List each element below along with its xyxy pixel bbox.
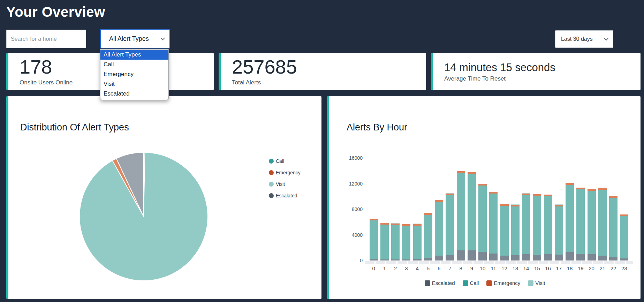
bar-hour-15[interactable]	[533, 194, 541, 261]
pie-chart-title: Distribution Of Alert Types	[20, 122, 129, 133]
bar-segment-call	[620, 216, 628, 258]
bar-segment-escalated	[435, 256, 443, 261]
bar-segment-call	[598, 190, 607, 256]
date-range-select[interactable]: Last 30 days	[555, 30, 613, 48]
bar-hour-16[interactable]	[544, 195, 552, 261]
legend-swatch	[486, 280, 492, 286]
legend-item-call[interactable]: Call	[269, 158, 301, 164]
x-axis-label: 1	[379, 265, 390, 271]
dropdown-option[interactable]: Escalated	[100, 89, 168, 99]
bar-hour-3[interactable]	[402, 224, 410, 261]
bar-segment-escalated	[620, 258, 628, 261]
chevron-down-icon	[160, 36, 165, 40]
dropdown-option[interactable]: Emergency	[100, 69, 168, 79]
search-input[interactable]	[6, 30, 86, 48]
bar-hour-4[interactable]	[413, 224, 422, 261]
legend-item-visit[interactable]: Visit	[269, 181, 301, 187]
bar-segment-call	[522, 195, 530, 255]
bar-segment-escalated	[511, 255, 520, 261]
legend-item-escalated[interactable]: Escalated	[425, 280, 455, 286]
bar-segment-escalated	[598, 256, 607, 261]
stat-value: 257685	[232, 57, 426, 77]
bar-hour-12[interactable]	[500, 204, 509, 261]
bar-hour-22[interactable]	[609, 196, 618, 261]
bar-segment-escalated	[424, 258, 432, 261]
bar-hour-6[interactable]	[435, 200, 443, 261]
bar-segment-call	[511, 206, 520, 255]
bar-hour-18[interactable]	[566, 183, 574, 261]
bar-segment-call	[544, 196, 552, 254]
legend-item-emergency[interactable]: Emergency	[269, 170, 301, 175]
pie-chart-card: Distribution Of Alert Types CallEmergenc…	[6, 96, 321, 299]
bar-segment-escalated	[489, 254, 498, 261]
bar-segment-escalated	[468, 250, 476, 261]
page-title: Your Overview	[6, 4, 105, 20]
chevron-down-icon	[604, 36, 608, 41]
bar-hour-5[interactable]	[424, 213, 432, 261]
legend-item-emergency[interactable]: Emergency	[486, 280, 520, 286]
legend-item-escalated[interactable]: Escalated	[269, 193, 301, 198]
alert-type-select-value: All Alert Types	[109, 35, 149, 43]
bar-hour-20[interactable]	[588, 189, 596, 261]
bar-chart-plot: 0400080001200016000 01234567891011121314…	[368, 158, 630, 261]
x-axis-label: 5	[423, 265, 433, 271]
bar-hour-0[interactable]	[370, 219, 378, 261]
dropdown-option[interactable]: Call	[100, 60, 168, 69]
bar-segment-call	[533, 196, 541, 255]
legend-item-call[interactable]: Call	[463, 280, 479, 286]
bar-segment-escalated	[391, 259, 400, 261]
bar-segment-call	[457, 173, 465, 250]
dropdown-option[interactable]: All Alert Types	[100, 50, 168, 60]
x-axis-label: 11	[488, 265, 499, 271]
bar-segment-escalated	[544, 254, 552, 261]
bar-hour-11[interactable]	[489, 192, 498, 261]
bar-segment-call	[478, 186, 487, 252]
x-axis-label: 19	[575, 265, 586, 271]
alert-type-select[interactable]: All Alert Types	[100, 29, 170, 48]
legend-swatch	[269, 159, 274, 164]
pie-chart[interactable]	[79, 152, 209, 281]
bar-segment-call	[370, 220, 378, 259]
bar-hour-19[interactable]	[576, 188, 585, 261]
x-axis-label: 0	[368, 265, 379, 271]
bar-hour-17[interactable]	[555, 204, 563, 261]
bar-hour-13[interactable]	[511, 204, 520, 261]
x-axis-label: 12	[499, 265, 510, 271]
bar-segment-escalated	[380, 259, 389, 261]
bar-hour-14[interactable]	[522, 193, 530, 261]
x-axis-label: 14	[521, 265, 532, 271]
bar-hour-23[interactable]	[620, 214, 628, 261]
stat-value: 14 minutes 15 seconds	[444, 61, 641, 74]
y-axis-tick: 8000	[342, 206, 363, 212]
x-axis-label: 7	[445, 265, 455, 271]
bar-segment-escalated	[566, 252, 574, 261]
dropdown-option[interactable]: Visit	[100, 79, 168, 89]
bar-legend: EscalatedCallEmergencyVisit	[329, 280, 641, 286]
bar-segment-call	[424, 215, 432, 258]
bar-hour-1[interactable]	[380, 223, 389, 261]
bar-hour-8[interactable]	[457, 171, 465, 261]
bar-hour-2[interactable]	[391, 223, 400, 261]
x-axis-label: 20	[586, 265, 597, 271]
x-axis-label: 17	[553, 265, 564, 271]
bar-segment-escalated	[446, 255, 454, 261]
y-axis-tick: 4000	[342, 232, 363, 238]
x-axis-label: 22	[608, 265, 619, 271]
bar-hour-21[interactable]	[598, 188, 607, 261]
stat-label: Average Time To Reset	[444, 75, 641, 82]
bar-segment-call	[468, 174, 476, 250]
alert-type-dropdown: All Alert TypesCallEmergencyVisitEscalat…	[100, 49, 169, 100]
bar-segment-escalated	[555, 255, 563, 261]
bar-hour-9[interactable]	[468, 172, 476, 261]
y-axis-tick: 16000	[342, 155, 363, 161]
bar-chart-card: Alerts By Hour 0400080001200016000 01234…	[327, 96, 641, 299]
bar-segment-escalated	[609, 257, 618, 261]
legend-label: Escalated	[432, 280, 455, 286]
x-axis-label: 23	[619, 265, 630, 271]
bar-segment-call	[609, 198, 618, 257]
bar-hour-10[interactable]	[478, 184, 487, 261]
x-axis-label: 15	[532, 265, 543, 271]
bar-segment-call	[380, 225, 389, 259]
bar-hour-7[interactable]	[446, 193, 454, 261]
legend-item-visit[interactable]: Visit	[528, 280, 545, 286]
